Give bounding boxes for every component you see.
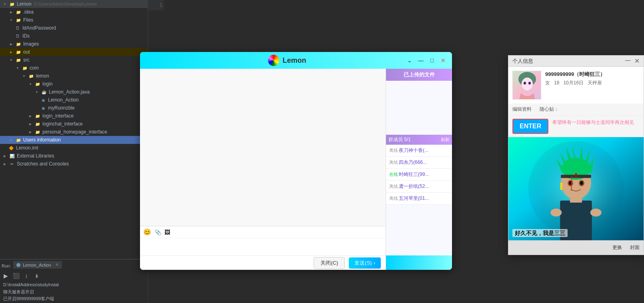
enter-button[interactable]: ENTER (512, 119, 548, 134)
tree-item-lemon-action[interactable]: ◉ Lemon_Action (0, 96, 148, 104)
run-stop-btn[interactable]: ⬛ (12, 272, 20, 280)
tree-item-images[interactable]: ▶ 📁 Images (0, 40, 148, 48)
collapse-icon: ▶ (8, 9, 14, 15)
scratch-icon: ✏ (9, 161, 15, 167)
chat-messages (140, 69, 386, 226)
close-button[interactable]: 关闭(C) (314, 257, 345, 269)
member-item[interactable]: 在线 时崎狂三(99... (386, 169, 452, 181)
expand-icon: ▼ (8, 57, 14, 63)
avatar-image (513, 71, 541, 100)
profile-edit-section: 编辑资料 随心贴： (508, 104, 644, 116)
edit-profile-link[interactable]: 编辑资料 (512, 106, 532, 113)
project-tree: ▼ 📁 Lemon C:\Users\Admin\Desktop\Lemon ▶… (0, 0, 148, 303)
run-step-btn[interactable]: ↕ (22, 272, 30, 280)
profile-caption-text: 好久不见，我是三三 (512, 229, 568, 237)
tree-item-src[interactable]: ▼ 📁 src (0, 56, 148, 64)
members-header: 群成员 5/1 刷新 (386, 135, 452, 145)
tree-item-label: loginchat_interface (42, 121, 83, 127)
tree-item-label: Images (23, 41, 39, 47)
tree-item-login[interactable]: ▼ 📁 login (0, 80, 148, 88)
file-icon: 🗒 (14, 25, 21, 31)
action-icon: ◉ (40, 97, 46, 103)
member-item[interactable]: 离线 鸢一折纸(52... (386, 181, 452, 193)
svg-point-22 (590, 209, 602, 217)
svg-point-20 (560, 187, 562, 190)
tree-item-label: Lemon_Action.java (49, 89, 90, 95)
lemon-minimize-btn[interactable]: — (417, 56, 425, 64)
member-item[interactable]: 离线 夜刀神十香(... (386, 145, 452, 157)
profile-enter-section: ENTER 希望终有一日能够与士道同学再次相见 (508, 116, 644, 137)
member-item[interactable]: 离线 四糸乃(666... (386, 157, 452, 169)
tree-item-out[interactable]: ▶ 📁 out (0, 48, 148, 56)
tree-item-com[interactable]: ▼ 📁 com (0, 64, 148, 72)
lemon-menu-btn[interactable]: ⌄ (406, 56, 414, 64)
tree-item-files[interactable]: ▼ 📁 Files (0, 16, 148, 24)
files-header: 已上传的文件 (386, 69, 452, 81)
tree-item-lemon-iml[interactable]: 🔶 Lemon.iml (0, 144, 148, 152)
tree-item-loginchat-interface[interactable]: ▶ 📁 loginchat_interface (0, 120, 148, 128)
profile-controls[interactable]: — ✕ (625, 57, 640, 65)
iml-icon: 🔶 (8, 145, 14, 151)
run-tab-label: Lemon_Action (23, 263, 51, 267)
profile-close-btn[interactable]: ✕ (634, 57, 640, 65)
action-icon: ◉ (40, 105, 46, 111)
library-icon: 📊 (9, 153, 15, 159)
image-icon[interactable]: 🖼 (164, 229, 170, 235)
member-item[interactable]: 离线 五河琴里(01... (386, 193, 452, 205)
tree-item-personal-interface[interactable]: ▶ 📁 personal_homepage_interface (0, 128, 148, 136)
folder-icon: 📁 (15, 137, 22, 143)
run-play-btn[interactable]: ▶ (2, 272, 10, 280)
tree-item-scratches[interactable]: ▶ ✏ Scratches and Consoles (0, 160, 148, 168)
tree-item-myrunnzble[interactable]: ◉ myRunnzble (0, 104, 148, 112)
tree-item-label: com (30, 65, 39, 71)
tree-root[interactable]: ▼ 📁 Lemon C:\Users\Admin\Desktop\Lemon (0, 0, 148, 8)
run-close-btn[interactable]: ✕ (55, 262, 59, 267)
profile-info-section: 9999999999（时崎狂三） 女 18 10月16日 天秤座 (508, 67, 644, 104)
line-number-1: 1 (150, 2, 162, 8)
lemon-close-btn[interactable]: ✕ (439, 56, 447, 64)
profile-avatar (512, 71, 541, 100)
profile-minimize-btn[interactable]: — (625, 57, 630, 65)
folder-icon: 📁 (15, 57, 22, 63)
tree-item-label: External Libraries (17, 153, 54, 159)
tree-item-idea[interactable]: ▶ 📁 .idea (0, 8, 148, 16)
profile-image-area: 好久不见，我是三三 (508, 137, 644, 240)
file-attach-icon[interactable]: 📎 (154, 229, 161, 235)
folder-icon: 📁 (28, 73, 34, 79)
chat-input[interactable] (140, 238, 386, 255)
member-status: 离线 (389, 159, 399, 165)
lemon-right-panel: 已上传的文件 群成员 5/1 刷新 离线 夜刀神十香(... 离线 四糸乃(66… (386, 69, 452, 270)
profile-age: 18 (554, 80, 559, 86)
svg-point-19 (560, 185, 562, 187)
emoji-icon[interactable]: 😊 (143, 228, 151, 236)
run-bar: Run: Lemon_Action ✕ ▶ ⬛ ↕ ↡ D:\InstallAd… (0, 259, 148, 303)
change-cover-link[interactable]: 更换 (612, 244, 622, 251)
member-name: 夜刀神十香(... (399, 147, 428, 154)
chat-btn-row: 关闭(C) 发送(S) › (140, 255, 386, 270)
refresh-button[interactable]: 刷新 (441, 137, 450, 143)
collapse-icon: ▶ (2, 153, 8, 159)
lemon-title: Lemon (169, 55, 406, 66)
expand-icon: ▼ (34, 89, 40, 95)
tree-item-idpassword[interactable]: 🗒 IdAndPassword (0, 24, 148, 32)
tree-item-label: .idea (23, 9, 34, 15)
files-area (386, 81, 452, 135)
run-scroll-btn[interactable]: ↡ (33, 272, 41, 280)
tree-item-lemon-action-java[interactable]: ▼ ☕ Lemon_Action.java (0, 88, 148, 96)
chat-input-toolbar: 😊 📎 🖼 (140, 226, 386, 238)
lemon-maximize-btn[interactable]: □ (428, 56, 436, 64)
tree-item-users-info[interactable]: ▶ 📁 Users information (0, 136, 148, 144)
profile-titlebar: 个人信息 — ✕ (508, 56, 644, 67)
send-button[interactable]: 发送(S) › (349, 257, 381, 269)
run-tab[interactable]: Lemon_Action ✕ (13, 261, 62, 269)
tree-item-external-libraries[interactable]: ▶ 📊 External Libraries (0, 152, 148, 160)
lemon-controls[interactable]: ⌄ — □ ✕ (406, 56, 447, 64)
tree-item-login-interface[interactable]: ▶ 📁 login_interface (0, 112, 148, 120)
cover-label: 封面 (630, 244, 640, 251)
java-file-icon: ☕ (41, 89, 47, 95)
lemon-body: 😊 📎 🖼 关闭(C) 发送(S) › 已上传的文件 群成员 5/1 (140, 69, 452, 270)
expand-icon: ▼ (21, 73, 27, 79)
tree-item-ids[interactable]: 🗒 IDs (0, 32, 148, 40)
svg-point-3 (524, 82, 526, 85)
tree-item-lemon[interactable]: ▼ 📁 lemon (0, 72, 148, 80)
